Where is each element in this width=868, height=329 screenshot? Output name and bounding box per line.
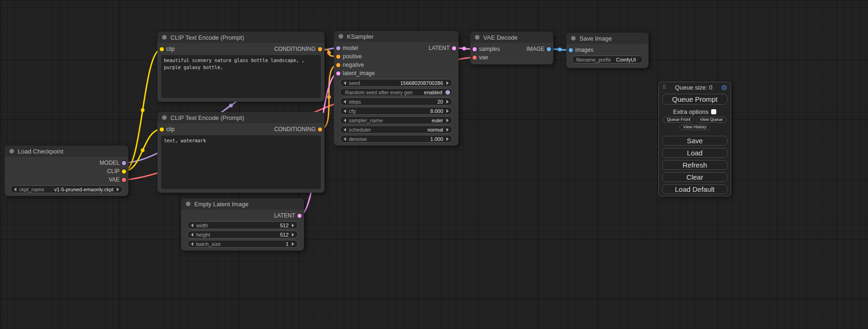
node-load-checkpoint[interactable]: Load Checkpoint MODEL CLIP VAE — [5, 146, 128, 196]
clip-output-dot-icon[interactable] — [122, 169, 126, 174]
node-titlebar[interactable]: CLIP Text Encode (Prompt) — [157, 112, 325, 123]
input-slot-model[interactable]: model — [336, 44, 358, 52]
samples-input-dot-icon[interactable] — [473, 47, 477, 51]
prompt-textarea[interactable]: beautiful scenery nature glass bottle la… — [161, 55, 321, 98]
image-output-dot-icon[interactable] — [547, 47, 551, 51]
widget-denoise[interactable]: denoise 1.000 — [340, 135, 452, 143]
latent-output-dot-icon[interactable] — [297, 214, 302, 218]
node-save-image[interactable]: Save Image images filename_prefix ComfyU… — [566, 33, 649, 68]
conditioning-output-dot-icon[interactable] — [318, 127, 322, 132]
increment-arrow-icon[interactable] — [446, 100, 449, 104]
increment-arrow-icon[interactable] — [292, 224, 294, 227]
view-queue-button[interactable]: View Queue — [696, 117, 727, 123]
node-graph-canvas[interactable]: Load Checkpoint MODEL CLIP VAE — [0, 0, 868, 329]
node-titlebar[interactable]: VAE Decode — [470, 32, 553, 43]
extra-options-checkbox[interactable] — [711, 109, 716, 114]
collapse-dot-icon[interactable] — [571, 36, 576, 41]
view-history-button[interactable]: View History — [679, 124, 710, 130]
input-slot-clip[interactable]: clip — [160, 125, 175, 133]
collapse-dot-icon[interactable] — [475, 35, 480, 40]
clip-input-dot-icon[interactable] — [160, 47, 164, 51]
widget-height[interactable]: height 512 — [187, 231, 298, 238]
collapse-dot-icon[interactable] — [9, 149, 14, 154]
positive-input-dot-icon[interactable] — [336, 55, 340, 59]
increment-arrow-icon[interactable] — [446, 119, 449, 122]
increment-arrow-icon[interactable] — [117, 188, 119, 191]
increment-arrow-icon[interactable] — [292, 242, 294, 246]
output-slot-conditioning[interactable]: CONDITIONING — [274, 45, 322, 53]
decrement-arrow-icon[interactable] — [191, 224, 193, 227]
model-input-dot-icon[interactable] — [336, 46, 340, 50]
drag-handle-icon[interactable]: ⠿ — [662, 84, 666, 91]
output-slot-conditioning[interactable]: CONDITIONING — [274, 125, 322, 133]
node-clip-text-encode-positive[interactable]: CLIP Text Encode (Prompt) clip CONDITION… — [157, 32, 325, 102]
output-slot-model[interactable]: MODEL — [99, 159, 126, 167]
latent-image-input-dot-icon[interactable] — [336, 71, 340, 76]
decrement-arrow-icon[interactable] — [191, 242, 193, 246]
decrement-arrow-icon[interactable] — [344, 128, 346, 132]
increment-arrow-icon[interactable] — [446, 109, 449, 113]
widget-sampler-name[interactable]: sampler_name euler — [340, 116, 452, 124]
settings-gear-icon[interactable]: ⚙ — [721, 84, 727, 91]
widget-seed[interactable]: seed 156680208700286 — [340, 79, 452, 87]
decrement-arrow-icon[interactable] — [344, 109, 346, 113]
input-slot-clip[interactable]: clip — [160, 45, 175, 53]
images-input-dot-icon[interactable] — [569, 48, 573, 52]
output-slot-vae[interactable]: VAE — [109, 175, 126, 184]
queue-prompt-button[interactable]: Queue Prompt — [662, 94, 727, 105]
node-titlebar[interactable]: KSampler — [334, 31, 459, 42]
latent-output-dot-icon[interactable] — [452, 46, 456, 50]
decrement-arrow-icon[interactable] — [191, 233, 193, 237]
widget-filename-prefix[interactable]: filename_prefix ComfyUI — [572, 56, 643, 63]
collapse-dot-icon[interactable] — [162, 115, 167, 120]
input-slot-positive[interactable]: positive — [336, 52, 362, 61]
input-slot-vae[interactable]: vae — [473, 53, 488, 62]
widget-batch-size[interactable]: batch_size 1 — [187, 240, 298, 248]
input-slot-samples[interactable]: samples — [473, 45, 500, 53]
decrement-arrow-icon[interactable] — [14, 188, 16, 191]
clear-button[interactable]: Clear — [662, 172, 727, 182]
prompt-textarea[interactable]: text, watermark — [161, 135, 321, 189]
output-slot-latent[interactable]: LATENT — [429, 44, 456, 52]
input-slot-negative[interactable]: negative — [336, 61, 364, 69]
node-titlebar[interactable]: Empty Latent Image — [181, 198, 304, 210]
decrement-arrow-icon[interactable] — [344, 119, 346, 122]
negative-input-dot-icon[interactable] — [336, 63, 340, 67]
vae-output-dot-icon[interactable] — [122, 178, 126, 182]
clip-input-dot-icon[interactable] — [160, 127, 164, 132]
conditioning-output-dot-icon[interactable] — [318, 47, 322, 51]
decrement-arrow-icon[interactable] — [344, 100, 346, 104]
increment-arrow-icon[interactable] — [446, 128, 449, 132]
load-button[interactable]: Load — [662, 148, 727, 158]
widget-width[interactable]: width 512 — [187, 221, 298, 229]
input-slot-latent-image[interactable]: latent_image — [336, 69, 375, 77]
output-slot-clip[interactable]: CLIP — [107, 167, 126, 175]
toggle-knob-icon[interactable] — [445, 90, 450, 95]
node-titlebar[interactable]: Load Checkpoint — [5, 146, 128, 157]
node-ksampler[interactable]: KSampler model LATENT positive — [334, 31, 459, 146]
node-titlebar[interactable]: Save Image — [566, 33, 649, 44]
widget-random-seed-toggle[interactable]: Random seed after every gen enabled — [340, 88, 452, 96]
increment-arrow-icon[interactable] — [446, 81, 449, 85]
node-empty-latent-image[interactable]: Empty Latent Image LATENT width 512 heig… — [181, 198, 304, 251]
load-default-button[interactable]: Load Default — [662, 184, 727, 194]
increment-arrow-icon[interactable] — [446, 137, 449, 141]
output-slot-image[interactable]: IMAGE — [526, 45, 551, 53]
increment-arrow-icon[interactable] — [292, 233, 294, 237]
collapse-dot-icon[interactable] — [186, 202, 191, 206]
collapse-dot-icon[interactable] — [162, 35, 167, 40]
refresh-button[interactable]: Refresh — [662, 160, 727, 170]
output-slot-latent[interactable]: LATENT — [274, 211, 302, 220]
queue-front-button[interactable]: Queue Front — [663, 117, 694, 123]
node-vae-decode[interactable]: VAE Decode samples IMAGE vae — [470, 32, 553, 64]
widget-steps[interactable]: steps 20 — [340, 98, 452, 105]
save-button[interactable]: Save — [662, 136, 727, 146]
decrement-arrow-icon[interactable] — [344, 137, 346, 141]
node-clip-text-encode-negative[interactable]: CLIP Text Encode (Prompt) clip CONDITION… — [157, 112, 325, 193]
widget-scheduler[interactable]: scheduler normal — [340, 126, 452, 133]
widget-cfg[interactable]: cfg 8.000 — [340, 107, 452, 115]
vae-input-dot-icon[interactable] — [473, 56, 477, 60]
input-slot-images[interactable]: images — [569, 46, 593, 54]
node-titlebar[interactable]: CLIP Text Encode (Prompt) — [157, 32, 325, 43]
decrement-arrow-icon[interactable] — [344, 81, 346, 85]
